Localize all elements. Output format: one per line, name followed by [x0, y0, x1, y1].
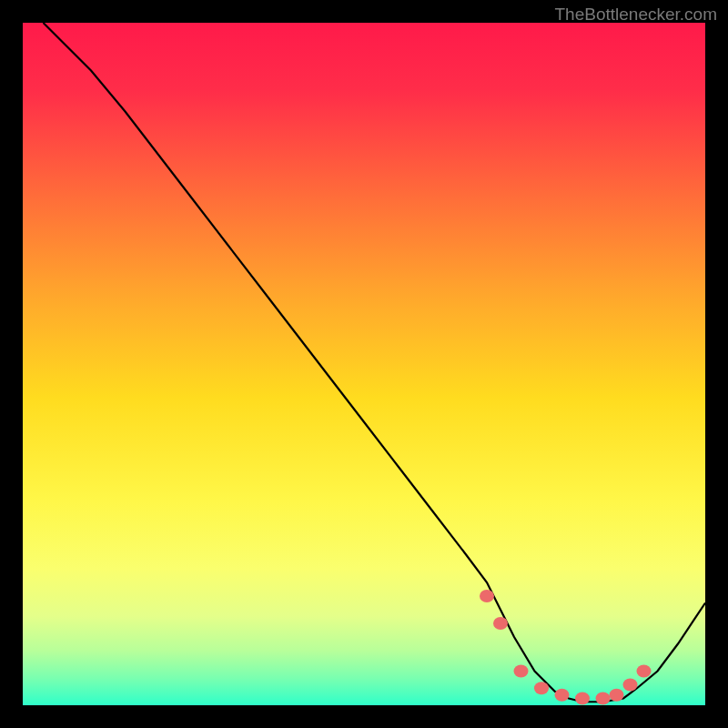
marker-dot [610, 689, 624, 702]
marker-dot [514, 665, 529, 678]
plot-area [23, 23, 705, 705]
marker-dot [555, 689, 570, 702]
marker-dot [596, 693, 611, 705]
curve-layer [23, 23, 705, 705]
watermark-text: TheBottlenecker.com [555, 5, 717, 25]
marker-dot [623, 679, 638, 692]
optimal-zone-markers [480, 590, 652, 705]
marker-dot [575, 693, 590, 705]
marker-dot [637, 665, 652, 678]
bottleneck-curve [44, 23, 706, 702]
marker-dot [480, 590, 494, 602]
marker-dot [534, 682, 549, 694]
marker-dot [493, 617, 508, 630]
